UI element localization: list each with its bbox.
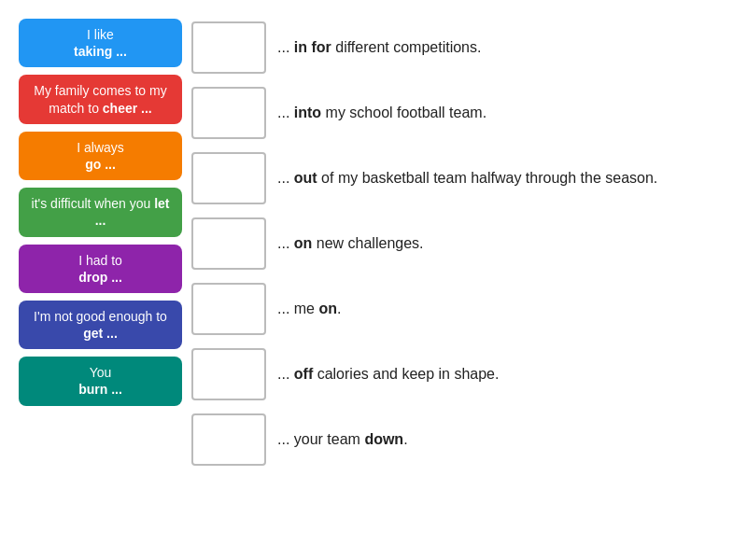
card-1[interactable]: I like taking ... bbox=[19, 19, 182, 67]
row-4-text: ... on new challenges. bbox=[277, 233, 424, 254]
card-6-text: I'm not good enough to get ... bbox=[34, 309, 167, 341]
row-5: ... me on. bbox=[191, 280, 728, 338]
row-6: ... off calories and keep in shape. bbox=[191, 345, 728, 403]
card-2-bold: cheer ... bbox=[103, 101, 152, 116]
card-4-text: it's difficult when you let ... bbox=[32, 196, 170, 228]
row-6-text: ... off calories and keep in shape. bbox=[277, 364, 499, 385]
drop-box-5[interactable] bbox=[191, 283, 266, 335]
right-column: ... in for different competitions. ... i… bbox=[191, 19, 728, 469]
drop-box-1[interactable] bbox=[191, 21, 266, 74]
drop-box-2[interactable] bbox=[191, 87, 266, 139]
row-7-text: ... your team down. bbox=[277, 429, 408, 450]
card-3-bold: go ... bbox=[85, 157, 116, 172]
drop-box-7[interactable] bbox=[191, 413, 266, 466]
row-3: ... out of my basketball team halfway th… bbox=[191, 149, 728, 207]
card-1-bold: taking ... bbox=[74, 44, 127, 59]
card-5-text: I had to bbox=[78, 253, 122, 268]
row-1-text: ... in for different competitions. bbox=[277, 37, 481, 58]
card-2[interactable]: My family comes to my match to cheer ... bbox=[19, 75, 182, 123]
row-4: ... on new challenges. bbox=[191, 215, 728, 273]
row-5-text: ... me on. bbox=[277, 299, 341, 319]
card-3-text: I always bbox=[77, 140, 124, 155]
card-5[interactable]: I had to drop ... bbox=[19, 245, 182, 293]
row-2-text: ... into my school football team. bbox=[277, 103, 486, 123]
row-7: ... your team down. bbox=[191, 411, 728, 469]
drop-box-6[interactable] bbox=[191, 348, 266, 400]
card-7[interactable]: You burn ... bbox=[19, 357, 182, 405]
drop-box-4[interactable] bbox=[191, 217, 266, 270]
card-3[interactable]: I always go ... bbox=[19, 132, 182, 180]
card-7-bold: burn ... bbox=[78, 382, 122, 397]
card-4-bold: let ... bbox=[95, 196, 170, 228]
card-2-text: My family comes to my match to cheer ... bbox=[34, 83, 166, 115]
main-container: I like taking ... My family comes to my … bbox=[19, 19, 728, 469]
card-5-bold: drop ... bbox=[78, 270, 122, 285]
row-3-text: ... out of my basketball team halfway th… bbox=[277, 168, 657, 189]
card-6[interactable]: I'm not good enough to get ... bbox=[19, 301, 182, 349]
row-2: ... into my school football team. bbox=[191, 84, 728, 142]
row-1: ... in for different competitions. bbox=[191, 19, 728, 77]
drop-box-3[interactable] bbox=[191, 152, 266, 204]
card-7-text: You bbox=[90, 365, 112, 380]
left-column: I like taking ... My family comes to my … bbox=[19, 19, 182, 469]
card-4[interactable]: it's difficult when you let ... bbox=[19, 188, 182, 236]
card-1-text: I like bbox=[87, 27, 114, 42]
card-6-bold: get ... bbox=[83, 326, 118, 341]
